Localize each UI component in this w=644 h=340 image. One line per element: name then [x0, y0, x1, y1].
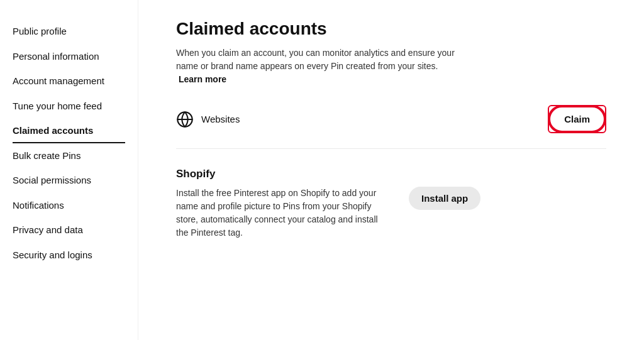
main-content: Claimed accounts When you claim an accou…: [138, 0, 644, 340]
sidebar-item-notifications[interactable]: Notifications: [13, 193, 125, 218]
sidebar-item-tune-home-feed[interactable]: Tune your home feed: [13, 94, 125, 119]
globe-icon: [176, 111, 194, 128]
sidebar-item-social-permissions[interactable]: Social permissions: [13, 168, 125, 193]
sidebar-item-privacy-data[interactable]: Privacy and data: [13, 217, 125, 243]
sidebar-item-account-management[interactable]: Account management: [13, 69, 125, 94]
shopify-row: Install the free Pinterest app on Shopif…: [176, 187, 606, 239]
websites-label: Websites: [201, 114, 240, 124]
websites-claim-row: Websites Claim: [176, 105, 606, 149]
sidebar-item-personal-information[interactable]: Personal information: [13, 44, 125, 69]
sidebar-item-claimed-accounts[interactable]: Claimed accounts: [13, 118, 125, 143]
sidebar-item-bulk-create-pins[interactable]: Bulk create Pins: [13, 143, 125, 168]
page-title: Claimed accounts: [176, 19, 606, 39]
sidebar: Public profile Personal information Acco…: [0, 0, 138, 340]
claim-button-wrapper: Claim: [548, 105, 606, 133]
description-text: When you claim an account, you can monit…: [176, 48, 455, 71]
shopify-description: Install the free Pinterest app on Shopif…: [176, 187, 390, 239]
sidebar-item-security-logins[interactable]: Security and logins: [13, 243, 125, 268]
page-description: When you claim an account, you can monit…: [176, 47, 465, 86]
install-app-button[interactable]: Install app: [409, 187, 480, 210]
claim-button[interactable]: Claim: [549, 106, 605, 132]
sidebar-item-public-profile[interactable]: Public profile: [13, 19, 125, 44]
websites-info: Websites: [176, 111, 548, 128]
learn-more-link[interactable]: Learn more: [179, 74, 226, 84]
shopify-section: Shopify Install the free Pinterest app o…: [176, 168, 606, 239]
shopify-title: Shopify: [176, 168, 606, 180]
